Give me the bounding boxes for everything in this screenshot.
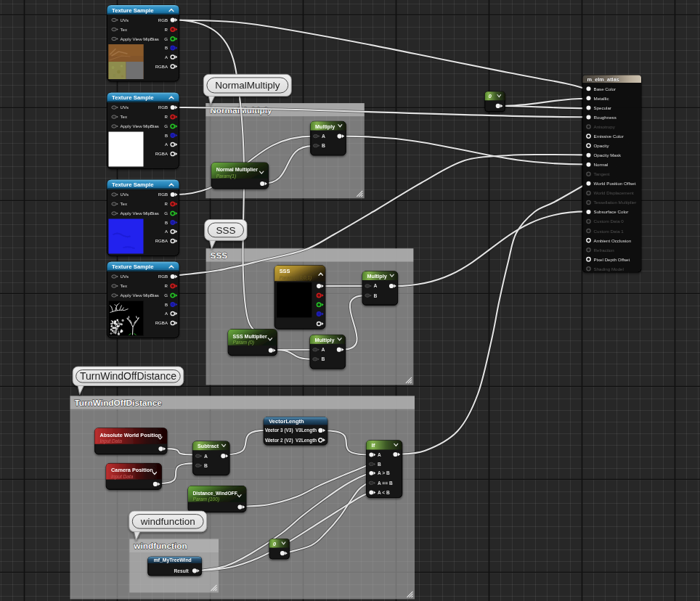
svg-text:R: R xyxy=(165,201,168,206)
svg-text:Multiply: Multiply xyxy=(367,273,387,279)
svg-text:Texture Sample: Texture Sample xyxy=(112,263,154,270)
svg-text:RGBA: RGBA xyxy=(155,238,168,243)
svg-text:Tex: Tex xyxy=(121,27,127,32)
svg-text:Pixel Depth Offset: Pixel Depth Offset xyxy=(594,257,630,262)
svg-text:Tex: Tex xyxy=(121,201,127,206)
svg-text:SSS Multiplier: SSS Multiplier xyxy=(233,334,267,340)
svg-text:Tessellation Multiplier: Tessellation Multiplier xyxy=(594,200,637,205)
svg-text:B: B xyxy=(165,45,168,50)
svg-text:Texture Sample: Texture Sample xyxy=(112,7,154,14)
svg-text:A: A xyxy=(204,454,208,459)
svg-text:RGB: RGB xyxy=(158,192,168,197)
svg-text:RGB: RGB xyxy=(158,105,168,110)
svg-text:Custom Data 0: Custom Data 0 xyxy=(594,218,624,224)
svg-text:Result: Result xyxy=(174,568,190,573)
svg-text:B: B xyxy=(204,463,208,468)
svg-text:Subsurface Color: Subsurface Color xyxy=(594,209,629,214)
svg-text:Metallic: Metallic xyxy=(594,96,609,101)
svg-text:Camera Position: Camera Position xyxy=(111,467,153,473)
svg-text:UVs: UVs xyxy=(121,17,129,23)
svg-text:mf_MyTreeWind: mf_MyTreeWind xyxy=(154,557,192,563)
svg-text:windfunction: windfunction xyxy=(140,516,195,527)
svg-text:Tex: Tex xyxy=(121,283,127,288)
svg-text:A == B: A == B xyxy=(378,481,393,486)
svg-text:Custom Data 1: Custom Data 1 xyxy=(594,229,624,234)
svg-text:R: R xyxy=(165,283,168,288)
svg-text:UVs: UVs xyxy=(121,274,129,279)
svg-text:A > B: A > B xyxy=(378,470,390,475)
svg-text:Absolute World Position: Absolute World Position xyxy=(100,432,162,438)
svg-text:Apply View MipBias: Apply View MipBias xyxy=(121,293,159,298)
svg-text:Normal Multiplier: Normal Multiplier xyxy=(216,167,258,173)
svg-text:RGB: RGB xyxy=(158,274,168,279)
svg-text:B: B xyxy=(165,302,168,307)
svg-text:Shading Model: Shading Model xyxy=(594,266,624,271)
svg-text:B: B xyxy=(321,356,325,361)
svg-text:Anisotropy: Anisotropy xyxy=(594,124,616,129)
svg-text:Input Data: Input Data xyxy=(111,474,134,480)
svg-text:Distance_WindOFF: Distance_WindOFF xyxy=(193,491,237,496)
svg-text:Apply View MipBias: Apply View MipBias xyxy=(121,123,159,128)
svg-text:G: G xyxy=(164,36,168,41)
svg-text:B: B xyxy=(378,462,381,467)
svg-text:Ambient Occlusion: Ambient Occlusion xyxy=(594,238,632,243)
svg-text:R: R xyxy=(165,27,168,32)
svg-text:B: B xyxy=(165,220,168,225)
svg-text:Roughness: Roughness xyxy=(594,115,616,120)
svg-text:NormalMultiply: NormalMultiply xyxy=(215,80,280,91)
svg-text:A: A xyxy=(322,134,325,139)
svg-text:Refraction: Refraction xyxy=(594,248,615,253)
svg-text:A: A xyxy=(378,452,381,457)
svg-text:World Position Offset: World Position Offset xyxy=(594,181,636,186)
svg-text:Param(1): Param(1) xyxy=(216,173,236,179)
svg-text:SSS: SSS xyxy=(216,225,235,236)
svg-text:UVs: UVs xyxy=(121,192,129,197)
svg-text:Tex: Tex xyxy=(121,114,127,119)
svg-text:TurnWindOffDistance: TurnWindOffDistance xyxy=(75,398,163,408)
svg-text:Specular: Specular xyxy=(594,105,611,110)
svg-text:Multiply: Multiply xyxy=(315,123,335,130)
svg-text:m_elm_atlas: m_elm_atlas xyxy=(587,76,619,83)
svg-text:Vector 2 (V2) V2Length: Vector 2 (V2) V2Length xyxy=(265,438,317,443)
svg-text:Apply View MipBias: Apply View MipBias xyxy=(121,36,159,41)
svg-text:G: G xyxy=(164,210,168,216)
svg-text:Param (100): Param (100) xyxy=(193,496,220,502)
svg-text:RGBA: RGBA xyxy=(155,64,168,69)
svg-text:Input Data: Input Data xyxy=(100,438,123,444)
svg-text:If: If xyxy=(372,442,375,449)
svg-text:Texture Sample: Texture Sample xyxy=(112,181,154,188)
svg-text:A < B: A < B xyxy=(378,490,390,495)
svg-text:G: G xyxy=(164,293,168,298)
svg-text:windfunction: windfunction xyxy=(133,541,187,551)
svg-text:Normal: Normal xyxy=(594,162,609,167)
svg-text:Tangent: Tangent xyxy=(594,171,610,176)
svg-text:A: A xyxy=(321,347,325,352)
svg-text:Vector 3 (V3) V3Length: Vector 3 (V3) V3Length xyxy=(265,428,317,433)
svg-text:TurnWindOffDistance: TurnWindOffDistance xyxy=(80,370,176,382)
svg-text:Param (0,0,0,1): Param (0,0,0,1) xyxy=(280,275,312,281)
svg-text:G: G xyxy=(164,123,168,128)
svg-text:Opacity Mask: Opacity Mask xyxy=(594,152,622,158)
svg-text:Base Color: Base Color xyxy=(594,86,616,91)
svg-text:RGBA: RGBA xyxy=(155,151,168,156)
svg-text:Opacity: Opacity xyxy=(594,143,610,148)
svg-text:Param (0): Param (0) xyxy=(233,340,254,346)
svg-text:World Displacement: World Displacement xyxy=(594,190,635,195)
svg-text:Subtract: Subtract xyxy=(198,443,219,449)
svg-text:Multiply: Multiply xyxy=(314,337,334,343)
svg-text:RGB: RGB xyxy=(158,17,168,23)
svg-text:SSS: SSS xyxy=(280,268,290,274)
svg-text:Apply View MipBias: Apply View MipBias xyxy=(121,210,159,216)
svg-text:RGBA: RGBA xyxy=(155,320,168,325)
svg-text:UVs: UVs xyxy=(121,105,129,110)
svg-text:B: B xyxy=(322,143,325,148)
svg-text:Texture Sample: Texture Sample xyxy=(112,94,154,101)
svg-text:SSS: SSS xyxy=(211,250,228,261)
svg-text:R: R xyxy=(165,114,168,119)
svg-text:B: B xyxy=(165,133,168,138)
svg-text:B: B xyxy=(374,293,378,298)
svg-text:A: A xyxy=(374,283,378,288)
svg-text:VectorLength: VectorLength xyxy=(269,418,304,425)
svg-text:Emissive Color: Emissive Color xyxy=(594,134,624,139)
